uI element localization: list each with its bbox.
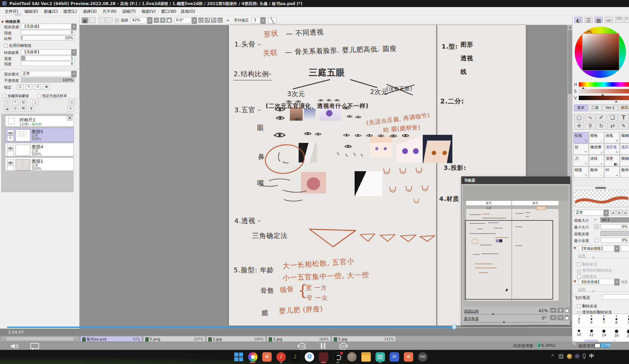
tab-basic[interactable]: 基本 (574, 104, 588, 111)
navigator-zoom-in-button[interactable]: + (557, 307, 564, 313)
menu-other[interactable]: 其他(O) (181, 9, 195, 14)
doc-tab-5jpg[interactable]: 5.jpg141% (332, 336, 396, 342)
flip-tool[interactable]: ⇄ (607, 122, 618, 130)
brush-brush[interactable]: 画笔✐ (604, 132, 620, 143)
texture-scale-marker[interactable] (592, 290, 595, 292)
tray-mic-icon[interactable] (583, 354, 586, 358)
texture-scale-slider[interactable] (578, 292, 629, 292)
color-wheel-mode-button[interactable]: ◐ (574, 17, 582, 23)
paper-texture-dropdown-button[interactable]: ▾ (71, 24, 77, 30)
zoom-value-field[interactable]: 42% (130, 17, 147, 23)
scale-field[interactable]: 10% (21, 35, 75, 40)
clip-mask-checkbox[interactable] (3, 94, 6, 98)
visibility-eye-icon[interactable] (7, 130, 14, 135)
toolbar-button-4[interactable] (106, 17, 113, 23)
stamp-tool[interactable]: ❏ (607, 114, 618, 121)
min-size-link-button[interactable]: △ (594, 224, 599, 229)
brush-blur-1[interactable]: 模糊◌ (620, 132, 629, 143)
taskbar-file-explorer[interactable] (361, 352, 371, 362)
transfer-button[interactable]: ◬ (32, 100, 38, 105)
shape-scale-marker[interactable] (592, 256, 595, 258)
toolbar-button-1[interactable]: ▣ (82, 17, 88, 23)
new-pen-layer-button[interactable]: ✎ (12, 100, 18, 105)
size-cell-6[interactable]: 6 (585, 318, 598, 324)
value-slider[interactable] (579, 96, 629, 100)
taskbar-settings-app[interactable]: ⟳ (390, 352, 399, 362)
brush-blend-dropdown[interactable]: 正常 (574, 210, 604, 216)
size-cell-16[interactable]: 16 (610, 330, 623, 337)
menu-window[interactable]: 窗口(W) (161, 9, 176, 14)
zoom-out-button[interactable]: − (154, 18, 159, 23)
sv-marker-icon[interactable] (604, 42, 607, 45)
lock-all-button[interactable]: ◉ (43, 84, 50, 90)
size-cell-10[interactable]: 10 (573, 330, 585, 336)
navigator-preview[interactable]: 板书 板书 头像 (463, 185, 569, 307)
feibai-field[interactable] (602, 294, 629, 300)
vscroll-up-button[interactable]: ▲ (568, 25, 572, 29)
brush-size-slider[interactable]: x0.1 (600, 217, 629, 222)
min-density-checkbox[interactable] (595, 239, 598, 242)
min-density-slider[interactable]: 0% (600, 238, 629, 243)
brush-silk[interactable]: 丝〜 (573, 144, 589, 155)
brush-size-dropdown-icon[interactable]: ▾ (595, 218, 596, 221)
navigator-zoom-marker[interactable] (492, 313, 495, 315)
brush-shape-dropdown-button[interactable]: ▾ (615, 245, 620, 252)
tray-ime-indicator[interactable]: 中 (589, 353, 594, 359)
menu-select[interactable]: 选择(S) (83, 9, 97, 14)
rect-select-tool[interactable]: ▢ (574, 114, 584, 121)
size-dot-row0[interactable] (585, 315, 598, 316)
menu-ruler[interactable]: 尺子(R) (102, 9, 117, 14)
danmaku-button[interactable] (30, 343, 39, 349)
ruler-axis-link[interactable]: 轴对称 (32, 122, 42, 126)
pressure-density-button[interactable]: ▲ (617, 210, 622, 215)
flip-trans-row[interactable]: ✓透明色时翻转浓淡 (577, 267, 612, 273)
lock-pixels-button[interactable]: ✎ (26, 84, 32, 90)
delete-layer-button[interactable]: 🗑 (28, 107, 34, 112)
size-dot-row0[interactable] (573, 315, 585, 316)
min-size-slider[interactable]: 0% (600, 224, 629, 229)
blend-mode-dropdown[interactable]: 正常 (21, 71, 71, 77)
navigator-rotate-ccw-button[interactable]: ↺ (550, 315, 557, 321)
effects-header[interactable]: ▼ 特殊效果 (1, 18, 20, 24)
angle-reset-button[interactable]: ▫ (198, 18, 204, 23)
layer-row-1[interactable]: 图层1 正常 100% (5, 157, 74, 171)
size-cell-9[interactable]: 9 (623, 318, 629, 325)
doc-tab-banshu[interactable]: 板书aa.psd42% (80, 336, 142, 342)
wand-tool[interactable]: ✐ (596, 114, 606, 121)
mask-button[interactable]: ◱ (69, 100, 75, 105)
tab-binary[interactable]: 二值 (588, 104, 602, 111)
lock-transparency-button[interactable]: ◫ (17, 84, 24, 90)
layer-row-5[interactable]: ✎ 图层5 正常 100% (5, 128, 74, 142)
size-cell-5[interactable]: 5 (573, 318, 585, 324)
taskbar-netease-music[interactable]: ♪ (276, 352, 286, 362)
color-numeric-mode-button[interactable]: 123 (615, 17, 623, 23)
zoom-reset-button[interactable]: ▪ (167, 18, 172, 23)
brush-shape-dropdown[interactable]: 【常规的圆形】 (578, 245, 615, 251)
paint-mode-slot[interactable] (7, 165, 14, 171)
stroke-shape-button[interactable]: ╲ (268, 17, 276, 24)
tray-qq-icon[interactable] (567, 354, 572, 359)
ruler-checkbox[interactable] (8, 118, 14, 124)
collapse-arrow-icon-2[interactable]: ↗ (607, 342, 611, 347)
strength-field[interactable]: 0 (21, 30, 75, 35)
texture-dropdown[interactable]: 【纸张质感】 (578, 279, 615, 285)
size-cell-8[interactable]: 8 (610, 318, 623, 325)
size-cell-14[interactable]: 14 (598, 330, 610, 337)
apply-pen-row[interactable]: 应用到钢笔线 (4, 42, 31, 48)
color-list-mode-button[interactable]: ☰ (585, 17, 593, 23)
size-cell-20[interactable]: 20 (623, 330, 629, 338)
text-tool[interactable]: T (619, 114, 629, 121)
texture-dropdown-button[interactable]: ▾ (615, 279, 620, 285)
opacity-slider[interactable]: 100% (21, 78, 75, 83)
merge-down-button[interactable]: ⬓ (4, 107, 10, 112)
menu-filter[interactable]: 滤镜(T) (122, 9, 136, 14)
navigator-rotate-cw-button[interactable]: ↻ (557, 315, 564, 321)
brush-smudge[interactable]: 涂抹≈ (589, 155, 604, 166)
flip-button[interactable]: ▫ (217, 18, 223, 23)
tab-style[interactable]: 画日风 (619, 104, 629, 111)
apply-pen-checkbox[interactable] (4, 44, 8, 48)
shape-collapse-icon[interactable]: ▼ (574, 246, 576, 250)
rotate-cw-button[interactable]: ↻ (211, 18, 216, 23)
toolbar-button-2[interactable] (89, 17, 96, 23)
angle-value-field[interactable]: 0.0° (174, 17, 191, 23)
